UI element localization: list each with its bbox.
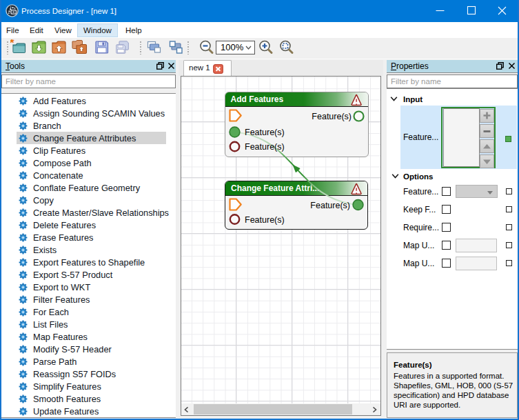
svg-text:*: *: [10, 39, 14, 50]
